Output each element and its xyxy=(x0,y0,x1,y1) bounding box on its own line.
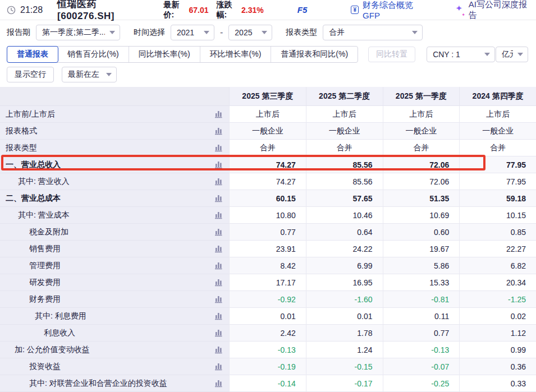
value-cell: 0.01 xyxy=(229,308,306,325)
row-label-cell: 税金及附加 xyxy=(0,224,229,241)
value-cell: 77.95 xyxy=(459,173,536,190)
chart-icon[interactable] xyxy=(214,228,223,236)
value-cell: 0.77 xyxy=(229,224,306,241)
row-label-cell: 投资收益 xyxy=(0,358,229,375)
chart-icon[interactable] xyxy=(214,144,223,152)
value-cell: 10.46 xyxy=(306,207,383,224)
value-cell: 17.17 xyxy=(229,274,306,291)
row-label-cell: 财务费用 xyxy=(0,291,229,308)
table-row: 利息收入 2.42 1.78 0.77 1.12 xyxy=(0,325,536,342)
value-cell: 60.15 xyxy=(229,190,306,207)
column-header: 2025 第一季度 xyxy=(383,87,460,106)
year-range-separator: - xyxy=(220,27,223,38)
value-cell: 6.82 xyxy=(459,257,536,274)
value-cell: -0.17 xyxy=(306,375,383,392)
tab-0[interactable]: 普通报表 xyxy=(7,46,58,63)
value-cell: 72.06 xyxy=(383,173,460,190)
value-cell: 51.35 xyxy=(383,190,460,207)
value-cell: -0.13 xyxy=(383,342,460,358)
report-type-value: 合并 xyxy=(329,27,407,38)
value-cell: 5.86 xyxy=(383,257,460,274)
unit-select[interactable]: 亿元 xyxy=(496,47,528,62)
report-period-select[interactable]: 第一季度;第二季... xyxy=(36,25,120,40)
year-from-select[interactable]: 2021 xyxy=(171,25,214,40)
year-to-value: 2025 xyxy=(235,28,257,37)
row-label-cell: 加: 公允价值变动收益 xyxy=(0,342,229,358)
row-label-cell: 报表格式 xyxy=(0,123,229,140)
chart-icon[interactable] xyxy=(214,177,223,186)
value-cell: 0.64 xyxy=(306,224,383,241)
value-cell: 合并 xyxy=(383,140,460,156)
chart-icon[interactable] xyxy=(214,312,223,320)
order-select[interactable]: 最新在左 xyxy=(62,67,117,82)
currency-value: CNY : 1 xyxy=(433,50,480,59)
chart-icon[interactable] xyxy=(214,295,223,303)
value-cell: 10.80 xyxy=(229,207,306,224)
financial-table: 2025 第三季度 2025 第二季度 2025 第一季度 2024 第四季度 … xyxy=(0,87,536,392)
value-cell: 0.77 xyxy=(383,325,460,342)
currency-select[interactable]: CNY : 1 xyxy=(427,47,495,62)
row-label: 研发费用 xyxy=(29,278,214,288)
table-row: 报表类型 合并 合并 合并 合并 xyxy=(0,140,536,156)
tab-4[interactable]: 普通报表和同比(%) xyxy=(271,47,358,62)
tab-1[interactable]: 销售百分比(%) xyxy=(58,47,129,62)
clock-icon xyxy=(7,6,16,15)
financial-overview-link[interactable]: ¥ 财务综合概览GFP xyxy=(351,0,424,20)
tab-3[interactable]: 环比增长率(%) xyxy=(200,47,272,62)
top-bar: 21:28 恒瑞医药 [600276.SH] 最新价: 67.01 涨跌幅: 2… xyxy=(0,0,536,20)
value-cell: 10.69 xyxy=(383,207,460,224)
chart-icon[interactable] xyxy=(214,127,223,135)
transpose-button[interactable]: 同比转置 xyxy=(368,47,415,62)
chart-icon[interactable] xyxy=(214,329,223,337)
report-type-label: 报表类型 xyxy=(286,27,317,38)
chart-icon[interactable] xyxy=(214,278,223,287)
chart-icon[interactable] xyxy=(214,194,223,202)
value-cell: 74.27 xyxy=(229,173,306,190)
chart-icon[interactable] xyxy=(214,245,223,253)
show-empty-rows-button[interactable]: 显示空行 xyxy=(7,67,54,82)
chart-icon[interactable] xyxy=(214,345,223,354)
chart-icon[interactable] xyxy=(214,261,223,270)
chart-icon[interactable] xyxy=(214,379,223,388)
latest-price-value: 67.01 xyxy=(189,6,208,15)
value-cell: -0.81 xyxy=(383,291,460,308)
chart-icon[interactable] xyxy=(214,362,223,371)
caret-down-icon xyxy=(106,73,112,76)
value-cell: 合并 xyxy=(229,140,306,156)
row-label-cell: 其中: 营业成本 xyxy=(0,207,229,224)
value-cell: 上市后 xyxy=(229,106,306,123)
value-cell: 20.34 xyxy=(459,274,536,291)
caret-down-icon xyxy=(204,31,209,34)
change-label: 涨跌幅: xyxy=(217,0,239,20)
row-label: 其中: 营业收入 xyxy=(18,177,214,187)
chart-icon[interactable] xyxy=(214,110,223,118)
year-to-select[interactable]: 2025 xyxy=(228,25,272,40)
tab-2[interactable]: 同比增长率(%) xyxy=(129,47,200,62)
report-period-label: 报告期 xyxy=(7,27,30,38)
value-cell: -0.15 xyxy=(306,358,383,375)
table-row: 研发费用 17.17 16.95 15.33 20.34 xyxy=(0,274,536,291)
value-cell: -1.60 xyxy=(306,291,383,308)
row-label: 管理费用 xyxy=(29,261,214,271)
value-cell: 0.99 xyxy=(459,342,536,358)
table-row: 其中: 对联营企业和合营企业的投资收益 -0.14 -0.17 -0.25 0.… xyxy=(0,375,536,392)
value-cell: 10.15 xyxy=(459,207,536,224)
report-type-select[interactable]: 合并 xyxy=(323,25,423,40)
value-cell: 0.33 xyxy=(459,375,536,392)
caret-down-icon xyxy=(262,31,267,34)
value-cell: -0.14 xyxy=(229,375,306,392)
table-row: 销售费用 23.91 24.22 19.67 22.27 xyxy=(0,241,536,257)
row-label: 其中: 营业成本 xyxy=(18,210,214,220)
row-label: 销售费用 xyxy=(29,244,214,254)
ai-sparkle-icon: ✦✦ xyxy=(456,5,465,15)
chart-icon[interactable] xyxy=(214,160,223,169)
row-label-cell: 管理费用 xyxy=(0,257,229,274)
ai-report-link[interactable]: ✦✦ AI写公司深度报告 xyxy=(456,0,529,21)
value-cell: -0.92 xyxy=(229,291,306,308)
table-row: 税金及附加 0.77 0.64 0.60 0.85 xyxy=(0,224,536,241)
table-row: 上市前/上市后 上市后 上市后 上市后 上市后 xyxy=(0,106,536,123)
latest-price-label: 最新价: xyxy=(164,0,186,20)
financial-report-app: 21:28 恒瑞医药 [600276.SH] 最新价: 67.01 涨跌幅: 2… xyxy=(0,0,536,392)
chart-icon[interactable] xyxy=(214,211,223,219)
ai-report-label: AI写公司深度报告 xyxy=(469,0,529,21)
